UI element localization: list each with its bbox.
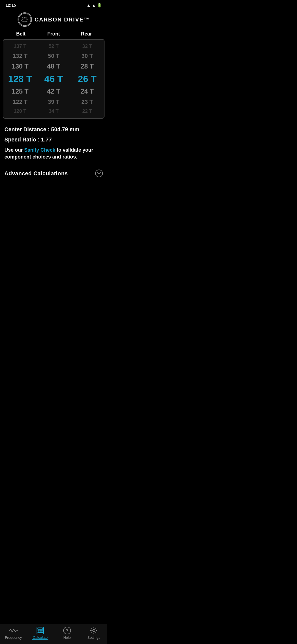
picker-box[interactable]: 137 T52 T32 T132 T50 T30 T130 T48 T28 T1… <box>3 39 105 119</box>
logo: Gates CARBON DRIVE™ <box>18 12 90 27</box>
picker-row[interactable]: 125 T42 T24 T <box>3 86 104 97</box>
picker-cell-front[interactable]: 46 T <box>37 72 70 85</box>
picker-cell-front[interactable]: 50 T <box>37 51 70 60</box>
advanced-calculations-row[interactable]: Advanced Calculations <box>0 165 107 182</box>
status-icons: ▲ ▲ 🔋 <box>87 3 102 7</box>
wifi-icon: ▲ <box>87 3 90 7</box>
info-section: Center Distance : 504.79 mm Speed Ratio … <box>0 123 107 160</box>
picker-row[interactable]: 132 T50 T30 T <box>3 51 104 61</box>
svg-point-0 <box>19 13 31 26</box>
main-content: 12:15 ▲ ▲ 🔋 Gates CARBON DRIVE™ Belt Fro… <box>0 0 107 207</box>
picker-cell-front[interactable]: 48 T <box>37 61 70 71</box>
svg-text:Gates: Gates <box>22 17 27 19</box>
picker-cell-belt[interactable]: 125 T <box>3 86 37 96</box>
status-bar: 12:15 ▲ ▲ 🔋 <box>0 0 107 9</box>
picker-cell-belt[interactable]: 137 T <box>3 42 37 50</box>
picker-cell-front[interactable]: 52 T <box>37 42 70 50</box>
sanity-text: Use our Sanity Check to validate your co… <box>4 147 103 160</box>
sanity-prefix: Use our <box>4 147 24 153</box>
battery-icon: 🔋 <box>97 3 102 7</box>
time-display: 12:15 <box>6 3 16 7</box>
sanity-check-link[interactable]: Sanity Check <box>24 147 55 153</box>
svg-point-2 <box>21 19 28 22</box>
advanced-label: Advanced Calculations <box>4 170 68 177</box>
picker-cell-rear[interactable]: 26 T <box>70 72 104 85</box>
picker-cell-belt[interactable]: 130 T <box>3 61 37 71</box>
picker-cell-belt[interactable]: 122 T <box>3 97 37 106</box>
speed-ratio: Speed Ratio : 1.77 <box>4 137 103 143</box>
front-header: Front <box>37 31 70 37</box>
signal-icon: ▲ <box>92 3 96 7</box>
picker-cell-rear[interactable]: 30 T <box>70 51 104 60</box>
logo-brand-text: CARBON DRIVE™ <box>35 17 90 23</box>
picker-cell-front[interactable]: 42 T <box>37 86 70 96</box>
picker-cell-rear[interactable]: 22 T <box>70 107 104 115</box>
logo-container: Gates CARBON DRIVE™ <box>0 9 107 31</box>
picker-cell-rear[interactable]: 23 T <box>70 97 104 106</box>
picker-row[interactable]: 137 T52 T32 T <box>3 42 104 51</box>
logo-circle: Gates <box>18 12 32 27</box>
picker-cell-rear[interactable]: 32 T <box>70 42 104 50</box>
picker-cell-rear[interactable]: 28 T <box>70 61 104 71</box>
picker-row[interactable]: 120 T34 T22 T <box>3 107 104 116</box>
picker-cell-rear[interactable]: 24 T <box>70 86 104 96</box>
column-headers: Belt Front Rear <box>0 31 107 39</box>
picker-row[interactable]: 130 T48 T28 T <box>3 61 104 72</box>
picker-cell-belt[interactable]: 132 T <box>3 51 37 60</box>
picker-cell-belt[interactable]: 128 T <box>3 72 37 85</box>
picker-row[interactable]: 128 T46 T26 T <box>3 72 104 86</box>
belt-header: Belt <box>4 31 37 37</box>
picker-row[interactable]: 122 T39 T23 T <box>3 97 104 107</box>
picker-cell-front[interactable]: 34 T <box>37 107 70 115</box>
rear-header: Rear <box>70 31 103 37</box>
picker-cell-front[interactable]: 39 T <box>37 97 70 106</box>
center-distance: Center Distance : 504.79 mm <box>4 126 103 133</box>
chevron-down-icon[interactable] <box>95 170 103 177</box>
picker-cell-belt[interactable]: 120 T <box>3 107 37 115</box>
